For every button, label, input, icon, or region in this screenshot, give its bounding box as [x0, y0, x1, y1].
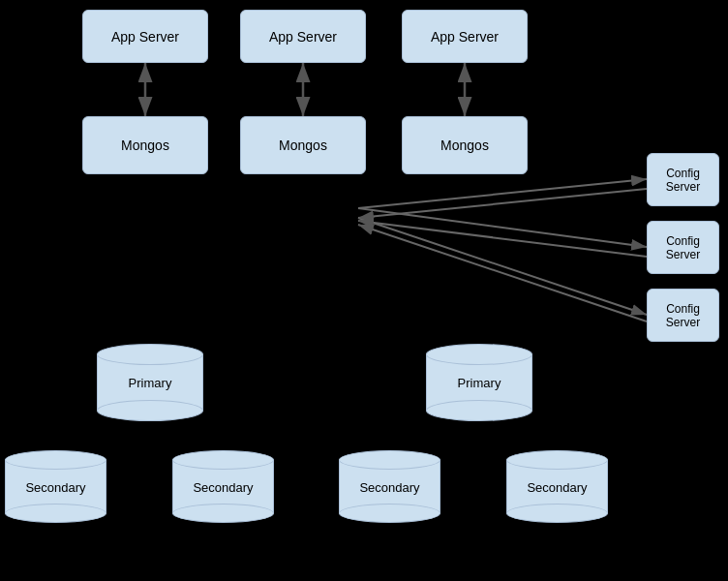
config-server-3: ConfigServer: [647, 289, 719, 342]
secondary-2-bottom: [172, 504, 274, 523]
primary-1-label: Primary: [98, 376, 202, 390]
secondary-2-label: Secondary: [173, 479, 273, 494]
secondary-cylinder-3: Secondary: [339, 450, 440, 523]
mongos-1-label: Mongos: [121, 138, 169, 153]
config-server-3-label: ConfigServer: [666, 302, 700, 329]
primary-cylinder-1: Primary: [97, 344, 203, 421]
mongos-1: Mongos: [82, 116, 208, 174]
config-server-1: ConfigServer: [647, 153, 719, 206]
secondary-3-top: [339, 450, 440, 470]
app-server-3-label: App Server: [431, 29, 499, 45]
secondary-2-top: [172, 450, 274, 470]
config-server-1-label: ConfigServer: [666, 167, 700, 194]
svg-line-9: [358, 221, 647, 257]
secondary-3-bottom: [339, 504, 440, 523]
svg-line-6: [358, 208, 647, 247]
app-server-2: App Server: [240, 10, 366, 63]
secondary-4-top: [506, 450, 608, 470]
mongos-2-label: Mongos: [279, 138, 327, 153]
secondary-4-label: Secondary: [507, 479, 607, 494]
svg-line-5: [358, 179, 647, 208]
mongos-3-label: Mongos: [440, 138, 489, 153]
secondary-1-label: Secondary: [6, 479, 106, 494]
config-server-2: ConfigServer: [647, 221, 719, 274]
secondary-1-bottom: [5, 504, 106, 523]
primary-1-top: [97, 344, 203, 365]
primary-cylinder-2: Primary: [426, 344, 532, 421]
app-server-1-label: App Server: [111, 29, 179, 45]
app-server-3: App Server: [402, 10, 528, 63]
secondary-1-top: [5, 450, 106, 470]
svg-line-7: [358, 218, 647, 315]
mongos-3: Mongos: [402, 116, 528, 174]
primary-1-bottom: [97, 400, 203, 421]
secondary-4-bottom: [506, 504, 608, 523]
primary-2-bottom: [426, 400, 532, 421]
app-server-1: App Server: [82, 10, 208, 63]
secondary-cylinder-1: Secondary: [5, 450, 106, 523]
secondary-cylinder-4: Secondary: [506, 450, 608, 523]
svg-line-8: [358, 189, 647, 218]
primary-2-label: Primary: [427, 376, 531, 390]
primary-2-top: [426, 344, 532, 365]
svg-line-10: [358, 225, 647, 321]
architecture-diagram: App Server App Server App Server Mongos …: [0, 0, 728, 581]
config-server-2-label: ConfigServer: [666, 234, 700, 261]
secondary-3-label: Secondary: [340, 479, 440, 494]
app-server-2-label: App Server: [269, 29, 337, 45]
mongos-2: Mongos: [240, 116, 366, 174]
secondary-cylinder-2: Secondary: [172, 450, 274, 523]
